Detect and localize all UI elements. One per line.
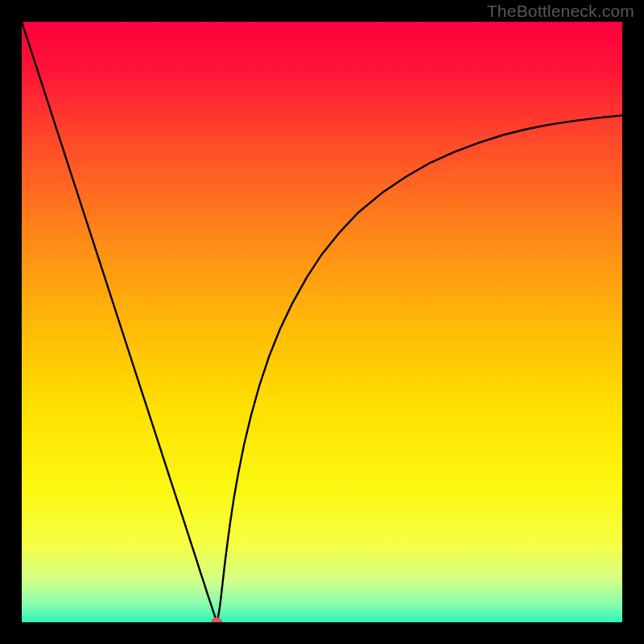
plot-background: [22, 22, 622, 622]
plot-area: [22, 22, 622, 622]
plot-svg: [22, 22, 622, 622]
watermark-text: TheBottleneck.com: [487, 2, 634, 21]
chart-container: TheBottleneck.com: [0, 0, 644, 644]
